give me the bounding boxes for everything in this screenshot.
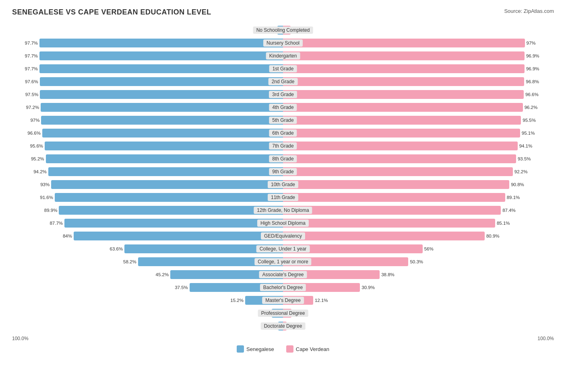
chart-source: Source: ZipAtlas.com bbox=[504, 8, 554, 14]
left-bar bbox=[55, 193, 283, 202]
left-section: 58.2% bbox=[12, 256, 283, 267]
bar-row: 91.6%11th Grade89.1% bbox=[12, 192, 554, 203]
left-bar bbox=[39, 39, 283, 47]
legend-label-senegalese: Senegalese bbox=[246, 346, 274, 352]
bars-wrapper: 2.3%No Schooling Completed3.1%97.7%Nurse… bbox=[12, 25, 554, 332]
left-bar bbox=[41, 116, 283, 125]
bar-row: 97.7%Nursery School97% bbox=[12, 37, 554, 49]
left-section: 4.6% bbox=[12, 308, 283, 319]
left-section: 94.2% bbox=[12, 166, 283, 177]
chart-container: SENEGALESE VS CAPE VERDEAN EDUCATION LEV… bbox=[0, 0, 566, 369]
bar-row: 84%GED/Equivalency80.9% bbox=[12, 230, 554, 242]
bar-row: 95.6%7th Grade94.1% bbox=[12, 140, 554, 152]
left-section: 37.5% bbox=[12, 282, 283, 293]
left-value: 15.2% bbox=[230, 298, 244, 303]
right-section: 95.5% bbox=[283, 115, 554, 126]
right-bar bbox=[283, 129, 520, 138]
right-value: 80.9% bbox=[486, 234, 500, 238]
left-value: 97.2% bbox=[26, 105, 39, 110]
left-bar bbox=[51, 180, 283, 189]
chart-header: SENEGALESE VS CAPE VERDEAN EDUCATION LEV… bbox=[12, 8, 554, 16]
center-label: High School Diploma bbox=[257, 220, 309, 227]
left-section: 45.2% bbox=[12, 269, 283, 280]
x-label-left: 100.0% bbox=[12, 336, 29, 341]
left-value: 45.2% bbox=[156, 272, 169, 277]
right-section: 89.1% bbox=[283, 192, 554, 203]
left-bar bbox=[42, 129, 283, 138]
right-value: 95.5% bbox=[523, 118, 536, 123]
right-section: 94.1% bbox=[283, 140, 554, 152]
right-section: 3.4% bbox=[283, 308, 554, 319]
right-value: 96.6% bbox=[525, 92, 539, 97]
left-bar bbox=[39, 51, 283, 60]
right-bar bbox=[283, 90, 524, 99]
bar-row: 2.3%No Schooling Completed3.1% bbox=[12, 25, 554, 36]
right-section: 85.1% bbox=[283, 218, 554, 229]
left-bar bbox=[46, 154, 283, 163]
right-value: 90.8% bbox=[511, 182, 524, 187]
right-value: 96.8% bbox=[526, 79, 539, 84]
right-bar bbox=[283, 77, 524, 86]
left-section: 15.2% bbox=[12, 295, 283, 306]
left-section: 2% bbox=[12, 320, 283, 332]
left-section: 96.6% bbox=[12, 127, 283, 139]
right-bar bbox=[283, 64, 525, 73]
right-value: 92.2% bbox=[514, 169, 528, 174]
right-bar bbox=[283, 206, 501, 215]
right-section: 56% bbox=[283, 243, 554, 254]
right-section: 96.9% bbox=[283, 63, 554, 74]
left-value: 63.6% bbox=[110, 246, 123, 251]
right-value: 50.3% bbox=[410, 259, 423, 264]
left-section: 95.2% bbox=[12, 153, 283, 164]
left-bar bbox=[40, 77, 283, 86]
right-value: 38.8% bbox=[381, 272, 395, 277]
bar-row: 93%10th Grade90.8% bbox=[12, 179, 554, 190]
right-value: 96.2% bbox=[525, 105, 538, 110]
bar-row: 58.2%College, 1 year or more50.3% bbox=[12, 256, 554, 267]
bar-row: 97.6%2nd Grade96.8% bbox=[12, 76, 554, 87]
left-value: 97% bbox=[30, 118, 39, 123]
center-label: Nursery School bbox=[263, 39, 303, 47]
bar-row: 97.7%1st Grade96.9% bbox=[12, 63, 554, 74]
center-label: College, Under 1 year bbox=[256, 245, 310, 252]
left-section: 2.3% bbox=[12, 25, 283, 36]
left-value: 97.7% bbox=[25, 41, 38, 45]
right-value: 93.5% bbox=[518, 156, 531, 161]
left-bar bbox=[74, 232, 283, 240]
left-bar bbox=[45, 142, 283, 150]
right-section: 97% bbox=[283, 37, 554, 49]
right-bar bbox=[283, 193, 505, 202]
center-label: GED/Equivalency bbox=[261, 232, 305, 240]
center-label: 12th Grade, No Diploma bbox=[254, 207, 312, 214]
right-section: 50.3% bbox=[283, 256, 554, 267]
right-section: 92.2% bbox=[283, 166, 554, 177]
right-section: 3.1% bbox=[283, 25, 554, 36]
right-value: 89.1% bbox=[507, 195, 520, 200]
bar-row: 97.2%4th Grade96.2% bbox=[12, 102, 554, 113]
left-value: 37.5% bbox=[175, 285, 188, 290]
left-section: 97.2% bbox=[12, 102, 283, 113]
right-bar bbox=[283, 232, 485, 240]
right-value: 94.1% bbox=[519, 144, 533, 148]
left-section: 97.7% bbox=[12, 37, 283, 49]
left-section: 97.6% bbox=[12, 76, 283, 87]
left-section: 93% bbox=[12, 179, 283, 190]
right-section: 93.5% bbox=[283, 153, 554, 164]
right-value: 95.1% bbox=[522, 131, 535, 135]
left-section: 97.5% bbox=[12, 89, 283, 100]
left-value: 96.6% bbox=[27, 131, 41, 135]
legend-label-capeverdean: Cape Verdean bbox=[296, 346, 329, 352]
left-value: 58.2% bbox=[123, 259, 136, 264]
chart-footer: 100.0% 100.0% bbox=[12, 336, 554, 341]
legend-color-capeverdean bbox=[286, 345, 293, 353]
left-value: 97.7% bbox=[25, 53, 38, 58]
center-label: 7th Grade bbox=[269, 142, 297, 150]
left-value: 97.6% bbox=[25, 79, 38, 84]
center-label: No Schooling Completed bbox=[253, 27, 313, 34]
left-value: 89.9% bbox=[44, 208, 58, 213]
center-label: 10th Grade bbox=[268, 181, 298, 188]
legend: Senegalese Cape Verdean bbox=[12, 345, 554, 353]
left-section: 95.6% bbox=[12, 140, 283, 152]
right-section: 95.1% bbox=[283, 127, 554, 139]
left-value: 95.2% bbox=[31, 156, 44, 161]
